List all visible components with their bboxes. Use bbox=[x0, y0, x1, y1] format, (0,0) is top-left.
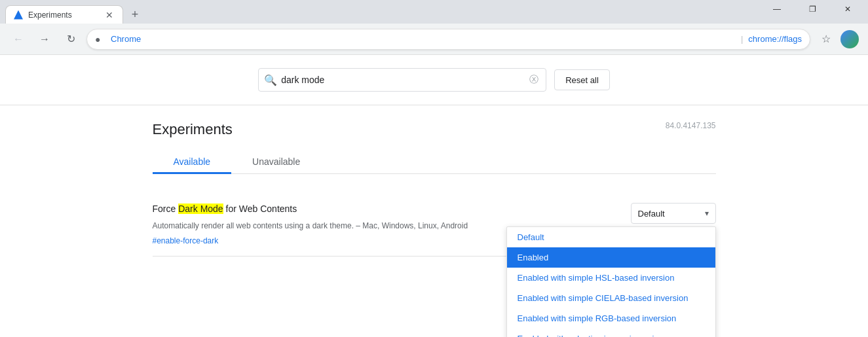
reset-all-button[interactable]: Reset all bbox=[554, 69, 610, 90]
page-title: Experiments bbox=[153, 121, 233, 138]
toolbar-actions: ☆ bbox=[816, 29, 860, 50]
flag-description: Automatically render all web contents us… bbox=[153, 220, 546, 232]
flag-link[interactable]: #enable-force-dark bbox=[153, 236, 219, 245]
page-content: 🔍 ⓧ Reset all Experiments 84.0.4147.135 … bbox=[0, 55, 868, 337]
flag-info: Force Dark Mode for Web Contents Automat… bbox=[153, 203, 546, 245]
dropdown-option-cielab[interactable]: Enabled with simple CIELAB-based inversi… bbox=[507, 288, 715, 308]
main-content: Experiments 84.0.4147.135 Available Unav… bbox=[153, 105, 716, 257]
search-icon: 🔍 bbox=[264, 74, 277, 86]
window-controls: — ❐ ✕ bbox=[762, 0, 863, 24]
tab-close-button[interactable]: ✕ bbox=[104, 10, 115, 20]
chrome-label: Chrome bbox=[111, 34, 736, 44]
experiments-header: Experiments 84.0.4147.135 bbox=[153, 121, 716, 138]
dropdown-menu: Default Enabled Enabled with simple HSL-… bbox=[506, 226, 716, 337]
security-icon: ● bbox=[95, 34, 105, 44]
bookmark-button[interactable]: ☆ bbox=[816, 29, 837, 50]
dropdown-arrow-icon: ▾ bbox=[705, 209, 709, 218]
dropdown-option-hsl[interactable]: Enabled with simple HSL-based inversion bbox=[507, 268, 715, 288]
browser-frame: Experiments ✕ + — ❐ ✕ ← → ↻ ● Chrome | c… bbox=[0, 0, 868, 337]
forward-button[interactable]: → bbox=[34, 29, 55, 50]
dropdown-option-rgb[interactable]: Enabled with simple RGB-based inversion bbox=[507, 308, 715, 328]
tab-unavailable[interactable]: Unavailable bbox=[231, 151, 321, 174]
tab-favicon-icon bbox=[14, 10, 23, 20]
maximize-button[interactable]: ❐ bbox=[797, 0, 827, 18]
flag-title-after: for Web Contents bbox=[223, 204, 297, 214]
new-tab-button[interactable]: + bbox=[126, 5, 144, 24]
tab-group: Experiments ✕ + bbox=[5, 0, 762, 24]
tabs-container: Available Unavailable bbox=[153, 151, 716, 174]
title-bar: Experiments ✕ + — ❐ ✕ bbox=[0, 0, 868, 24]
flag-control: Default ▾ Default Enabled Enabled with s… bbox=[624, 203, 716, 224]
flag-dropdown-button[interactable]: Default ▾ bbox=[631, 203, 716, 224]
close-button[interactable]: ✕ bbox=[833, 0, 863, 18]
flag-title-highlight: Dark Mode bbox=[178, 204, 223, 214]
search-box[interactable]: 🔍 ⓧ bbox=[258, 68, 546, 92]
flag-title: Force Dark Mode for Web Contents bbox=[153, 203, 546, 216]
tab-title: Experiments bbox=[28, 10, 104, 20]
active-tab[interactable]: Experiments ✕ bbox=[5, 5, 123, 24]
tab-available[interactable]: Available bbox=[153, 151, 232, 174]
minimize-button[interactable]: — bbox=[762, 0, 792, 18]
flag-title-before: Force bbox=[153, 204, 179, 214]
search-input[interactable] bbox=[281, 75, 527, 85]
profile-avatar bbox=[840, 30, 859, 48]
search-clear-button[interactable]: ⓧ bbox=[527, 73, 540, 86]
address-bar[interactable]: ● Chrome | chrome://flags bbox=[86, 29, 810, 50]
flag-item: Force Dark Mode for Web Contents Automat… bbox=[153, 192, 716, 257]
search-area: 🔍 ⓧ Reset all bbox=[0, 55, 868, 105]
address-url: chrome://flags bbox=[748, 34, 802, 44]
dropdown-option-selective-image[interactable]: Enabled with selective image inversion bbox=[507, 328, 715, 337]
back-button[interactable]: ← bbox=[8, 29, 29, 50]
dropdown-option-default[interactable]: Default bbox=[507, 227, 715, 247]
dropdown-current-label: Default bbox=[638, 209, 665, 219]
reload-button[interactable]: ↻ bbox=[60, 29, 81, 50]
version-text: 84.0.4147.135 bbox=[666, 121, 716, 130]
toolbar: ← → ↻ ● Chrome | chrome://flags ☆ bbox=[0, 24, 868, 55]
dropdown-option-enabled[interactable]: Enabled bbox=[507, 247, 715, 268]
address-separator: | bbox=[741, 34, 743, 44]
profile-button[interactable] bbox=[839, 29, 860, 50]
